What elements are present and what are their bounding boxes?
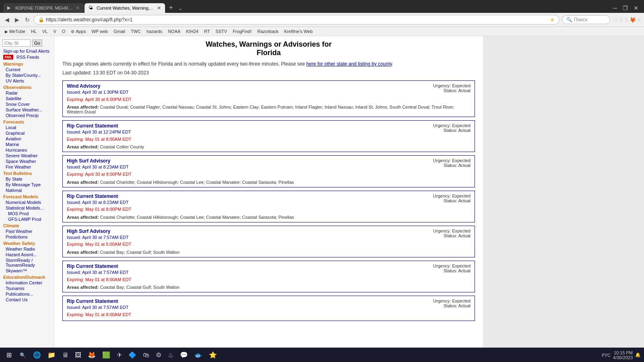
- storm-ready-link[interactable]: StormReady / TsunamiReady: [6, 258, 51, 267]
- search-box[interactable]: 🔍 Поиск: [562, 15, 610, 24]
- surface-weather-link[interactable]: Surface Weather...: [6, 107, 51, 112]
- taskbar-star-icon[interactable]: ⭐: [206, 350, 219, 360]
- bookmark-frogfind[interactable]: FrogFind!: [231, 28, 253, 35]
- taskbar-browser-icon[interactable]: 🦊: [85, 350, 98, 360]
- alert-title-link-1[interactable]: Rip Current Statement: [67, 123, 118, 129]
- snow-cover-link[interactable]: Snow Cover: [6, 102, 51, 107]
- back-button[interactable]: ◀: [3, 16, 11, 24]
- alert-title-link-5[interactable]: Rip Current Statement: [67, 263, 118, 269]
- bookmark-star[interactable]: ★: [550, 16, 555, 23]
- s-icon-2[interactable]: S: [625, 17, 628, 23]
- restore-button[interactable]: ❐: [620, 3, 630, 13]
- bookmark-metube[interactable]: ▶ MeTube: [3, 28, 27, 35]
- bookmark-twc[interactable]: TWC: [129, 28, 142, 35]
- contact-us-link[interactable]: Contact Us: [6, 297, 51, 302]
- city-search-input[interactable]: [2, 39, 31, 47]
- national-link[interactable]: National: [6, 188, 51, 193]
- marine-link[interactable]: Marine: [6, 142, 51, 147]
- start-button[interactable]: ⊞: [3, 350, 15, 360]
- bookmark-razorback[interactable]: Razorback: [256, 28, 280, 35]
- taskbar-fish-icon[interactable]: 🐟: [192, 350, 205, 360]
- alert-title-link-2[interactable]: High Surf Advisory: [67, 158, 110, 164]
- tab-1[interactable]: ▶ КОРОЧЕ ГОВОРЯ, МЕНЯ ЭТО... ✕: [3, 3, 84, 13]
- forward-button[interactable]: ▶: [13, 16, 21, 24]
- new-tab-button[interactable]: +: [166, 2, 176, 13]
- bookmark-o[interactable]: O: [60, 28, 67, 35]
- bookmark-hazards[interactable]: hazards: [145, 28, 164, 35]
- bookmark-rt[interactable]: RT: [202, 28, 211, 35]
- climate-section: Climate: [0, 222, 54, 228]
- tsunamis-link[interactable]: Tsunamis: [6, 286, 51, 291]
- skywarn-link[interactable]: Skywarn™: [6, 268, 51, 273]
- taskbar-telegram-icon[interactable]: ✈: [114, 350, 124, 360]
- tab-1-close[interactable]: ✕: [76, 5, 80, 11]
- severe-weather-link[interactable]: Severe Weather: [6, 153, 51, 158]
- bookmark-noaa[interactable]: NOAA: [166, 28, 182, 35]
- taskbar-terminal-icon[interactable]: 🖥: [60, 350, 71, 360]
- radar-link[interactable]: Radar: [6, 90, 51, 95]
- statistical-models-link[interactable]: Statistical Models...: [6, 206, 51, 210]
- bookmark-v[interactable]: V: [52, 28, 58, 35]
- satellite-link[interactable]: Satellite: [6, 96, 51, 101]
- by-message-type-link[interactable]: By Message Type: [6, 182, 51, 187]
- mos-prod-link[interactable]: MOS Prod: [8, 211, 51, 216]
- alert-title-link-4[interactable]: High Surf Advisory: [67, 228, 110, 234]
- taskbar-chat-icon[interactable]: 💬: [178, 350, 190, 360]
- url-bar[interactable]: 🔒 https://alerts.weather.gov/cap/fl.php?…: [34, 15, 559, 25]
- alert-title-link-6[interactable]: Rip Current Statement: [67, 298, 118, 304]
- bookmark-vl[interactable]: VL: [41, 28, 49, 35]
- fire-weather-link[interactable]: Fire Weather: [6, 165, 51, 169]
- close-button[interactable]: ✕: [631, 3, 641, 13]
- s-icon-1[interactable]: S: [619, 17, 623, 23]
- bookmark-krefifne[interactable]: Krefifne's Web: [283, 28, 314, 35]
- go-button[interactable]: Go: [32, 39, 42, 47]
- bookmark-hl[interactable]: HL: [29, 28, 38, 35]
- uv-alerts-link[interactable]: UV Alerts: [6, 78, 51, 83]
- taskbar-blue-icon[interactable]: 🔷: [126, 350, 139, 360]
- shield-icon[interactable]: 🛡: [613, 17, 618, 23]
- by-state-link[interactable]: By State: [6, 177, 51, 181]
- by-state-county-link[interactable]: By State/County...: [6, 73, 51, 78]
- local-link[interactable]: Local: [6, 125, 51, 130]
- hazard-assmt-link[interactable]: Hazard Assmt...: [6, 252, 51, 257]
- graphical-link[interactable]: Graphical: [6, 131, 51, 136]
- tab-overflow[interactable]: ⌄: [177, 4, 184, 13]
- bookmark-sstv[interactable]: SSTV: [214, 28, 229, 35]
- current-link[interactable]: Current: [6, 67, 51, 72]
- weather-radio-link[interactable]: Weather Radio: [6, 247, 51, 251]
- signup-link[interactable]: Sign-up for Email Alerts: [0, 48, 54, 54]
- taskbar-store-icon[interactable]: 🛍: [140, 350, 152, 360]
- taskbar-ie-icon[interactable]: 🌐: [31, 350, 43, 360]
- numerical-models-link[interactable]: Numerical Models: [6, 200, 51, 205]
- bookmark-apps[interactable]: ⚙ Apps: [69, 28, 87, 35]
- observed-precip-link[interactable]: Observed Precip: [6, 113, 51, 118]
- taskbar-folder-icon[interactable]: 📁: [45, 350, 58, 360]
- past-weather-link[interactable]: Past Weather: [6, 229, 51, 234]
- rss-feeds-link[interactable]: RSS Feeds: [17, 55, 39, 60]
- gfs-lamp-link[interactable]: GFS-LAMP Prod: [8, 217, 51, 222]
- publications-link[interactable]: Publications...: [6, 292, 51, 296]
- bookmark-wp[interactable]: WP web: [90, 28, 109, 35]
- bookmark-kih24[interactable]: KIH24: [184, 28, 200, 35]
- refresh-button[interactable]: ↻: [23, 16, 31, 24]
- info-center-link[interactable]: Information Center: [6, 280, 51, 285]
- alert-title-link-3[interactable]: Rip Current Statement: [67, 193, 118, 199]
- taskbar-search[interactable]: 🔍: [17, 351, 29, 360]
- tab-2[interactable]: 🌤 Current Watches, Warnings and... ✕: [85, 3, 165, 13]
- notification-icon[interactable]: 🔔: [635, 352, 641, 358]
- alert-title-link-0[interactable]: Wind Advisory: [67, 83, 100, 89]
- taskbar-steam-icon[interactable]: ♨: [165, 350, 176, 360]
- aviation-link[interactable]: Aviation: [6, 136, 51, 141]
- predictions-link[interactable]: Predictions: [6, 234, 51, 239]
- tab-2-close[interactable]: ✕: [157, 5, 161, 11]
- minimize-button[interactable]: ─: [611, 3, 619, 13]
- taskbar-photo-icon[interactable]: 🖼: [72, 350, 84, 360]
- firefox-icon[interactable]: 🦊: [630, 17, 636, 23]
- taskbar-gear-icon[interactable]: ⚙: [153, 350, 164, 360]
- menu-icon[interactable]: ≡: [638, 17, 641, 23]
- hurricanes-link[interactable]: Hurricanes: [6, 148, 51, 152]
- taskbar-green-icon[interactable]: 🟩: [100, 350, 113, 360]
- space-weather-link[interactable]: Space Weather: [6, 159, 51, 164]
- bookmark-gmail[interactable]: Gmail: [112, 28, 127, 35]
- other-states-link[interactable]: here for other state and listing by coun…: [306, 61, 392, 67]
